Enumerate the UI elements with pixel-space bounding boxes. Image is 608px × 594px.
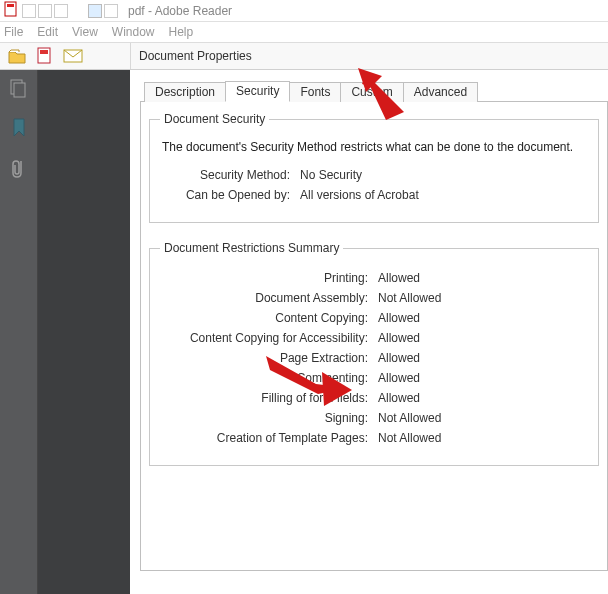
kv-value: Not Allowed <box>378 431 441 445</box>
kv-row: Commenting:Allowed <box>160 371 588 385</box>
kv-row: Document Assembly:Not Allowed <box>160 291 588 305</box>
properties-panel: Description Security Fonts Custom Advanc… <box>130 70 608 594</box>
kv-value: All versions of Acrobat <box>300 188 419 202</box>
doc-thumb-icon <box>88 4 102 18</box>
doc-thumb-icon <box>104 4 118 18</box>
pdf-icon[interactable] <box>34 46 56 66</box>
menu-window[interactable]: Window <box>112 25 155 39</box>
tabs: Description Security Fonts Custom Advanc… <box>144 78 608 102</box>
tab-body-security: Document Security The document's Securit… <box>140 101 608 571</box>
document-preview-area <box>38 70 130 594</box>
document-security-group: Document Security The document's Securit… <box>149 112 599 223</box>
kv-row: Page Extraction:Allowed <box>160 351 588 365</box>
tab-custom[interactable]: Custom <box>340 82 403 102</box>
document-restrictions-group: Document Restrictions Summary Printing:A… <box>149 241 599 466</box>
kv-value: Allowed <box>378 271 420 285</box>
doc-thumb-icon <box>54 4 68 18</box>
menu-view[interactable]: View <box>72 25 98 39</box>
kv-row: Creation of Template Pages:Not Allowed <box>160 431 588 445</box>
kv-value: Not Allowed <box>378 291 441 305</box>
bookmark-icon[interactable] <box>11 118 27 142</box>
menu-file[interactable]: File <box>4 25 23 39</box>
kv-value: No Security <box>300 168 362 182</box>
kv-label: Content Copying for Accessibility: <box>160 331 378 345</box>
pages-icon[interactable] <box>10 78 28 102</box>
kv-row: Filling of form fields:Allowed <box>160 391 588 405</box>
window-title: pdf - Adobe Reader <box>128 4 232 18</box>
kv-row: Content Copying:Allowed <box>160 311 588 325</box>
menubar: File Edit View Window Help <box>0 22 608 42</box>
kv-label: Document Assembly: <box>160 291 378 305</box>
kv-label: Filling of form fields: <box>160 391 378 405</box>
kv-label: Page Extraction: <box>160 351 378 365</box>
kv-label: Commenting: <box>160 371 378 385</box>
kv-value: Allowed <box>378 311 420 325</box>
open-icon[interactable] <box>6 46 28 66</box>
kv-label: Creation of Template Pages: <box>160 431 378 445</box>
kv-value: Allowed <box>378 351 420 365</box>
kv-label: Can be Opened by: <box>160 188 300 202</box>
tab-advanced[interactable]: Advanced <box>403 82 478 102</box>
kv-value: Allowed <box>378 371 420 385</box>
group-legend: Document Restrictions Summary <box>160 241 343 255</box>
kv-label: Security Method: <box>160 168 300 182</box>
nav-sidebar <box>0 70 38 594</box>
kv-value: Allowed <box>378 391 420 405</box>
tab-fonts[interactable]: Fonts <box>289 82 341 102</box>
tab-description[interactable]: Description <box>144 82 226 102</box>
kv-row: Printing:Allowed <box>160 271 588 285</box>
kv-row: Can be Opened by: All versions of Acroba… <box>160 188 588 202</box>
doc-thumb-icon <box>22 4 36 18</box>
dialog-title: Document Properties <box>130 43 608 69</box>
kv-row: Signing:Not Allowed <box>160 411 588 425</box>
kv-value: Allowed <box>378 331 420 345</box>
menu-edit[interactable]: Edit <box>37 25 58 39</box>
titlebar: pdf - Adobe Reader <box>0 0 608 22</box>
svg-rect-6 <box>14 83 25 97</box>
kv-value: Not Allowed <box>378 411 441 425</box>
tab-security[interactable]: Security <box>225 81 290 102</box>
svg-rect-1 <box>7 4 14 7</box>
kv-label: Signing: <box>160 411 378 425</box>
security-intro: The document's Security Method restricts… <box>162 140 588 154</box>
svg-rect-3 <box>40 50 48 54</box>
toolbar: Document Properties <box>0 42 608 70</box>
kv-row: Content Copying for Accessibility:Allowe… <box>160 331 588 345</box>
attachment-icon[interactable] <box>11 158 27 184</box>
email-icon[interactable] <box>62 46 84 66</box>
app-icon <box>4 1 20 21</box>
menu-help[interactable]: Help <box>169 25 194 39</box>
doc-thumb-icon <box>38 4 52 18</box>
group-legend: Document Security <box>160 112 269 126</box>
kv-row: Security Method: No Security <box>160 168 588 182</box>
kv-label: Printing: <box>160 271 378 285</box>
kv-label: Content Copying: <box>160 311 378 325</box>
